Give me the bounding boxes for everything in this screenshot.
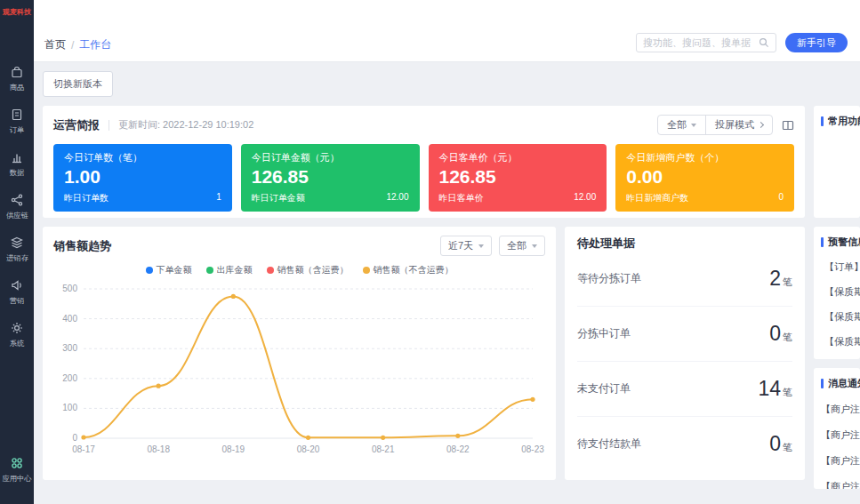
trend-scope-select[interactable]: 全部	[499, 236, 545, 256]
supply-chain-icon	[10, 193, 24, 207]
alert-item[interactable]: 【保质期】	[821, 285, 856, 299]
alert-item[interactable]: 【订单】	[821, 260, 856, 274]
app-grid-icon	[10, 456, 24, 470]
stat-card-title: 今日订单金额（元）	[252, 151, 409, 164]
stat-card-value: 126.85	[252, 166, 409, 188]
stat-card-sub-value: 0	[778, 192, 784, 204]
sidebar-item-orders[interactable]: 订单	[0, 100, 34, 143]
order-icon	[10, 108, 24, 122]
goods-icon	[10, 65, 24, 79]
svg-text:08-18: 08-18	[147, 444, 170, 454]
stat-card-sub-label: 昨日客单价	[439, 192, 484, 204]
stat-card-value: 1.00	[64, 166, 221, 188]
stat-card-title: 今日订单数（笔）	[64, 151, 221, 164]
legend-item-outbound-amount[interactable]: 出库金额	[206, 264, 253, 276]
legend-item-sales-without-freight[interactable]: 销售额（不含运费）	[363, 264, 454, 276]
sidebar-item-data[interactable]: 数据	[0, 143, 34, 186]
sales-trend-panel: 销售额趋势 近7天 全部	[43, 227, 556, 480]
pending-row-label: 未支付订单	[577, 381, 631, 396]
stat-card-avg-order-value[interactable]: 今日客单价（元） 126.85 昨日客单价 12.00	[429, 144, 607, 212]
global-search	[636, 33, 776, 52]
screen-layout-button[interactable]	[782, 119, 794, 132]
topbar: 首页 / 工作台 新手引导	[34, 0, 860, 62]
breadcrumb: 首页 / 工作台	[44, 37, 111, 52]
content: 切换新版本 运营简报 更新时间: 2022-12-29 10:19:02 全部	[34, 62, 860, 504]
search-input[interactable]	[643, 37, 755, 48]
notices-title: 消息通知	[821, 377, 856, 390]
projection-mode-button[interactable]: 投屏模式	[705, 116, 772, 134]
pending-row-unit: 笔	[783, 441, 792, 454]
legend-label: 销售额（不含运费）	[374, 264, 454, 276]
pending-row-settlement[interactable]: 待支付结款单 0 笔	[577, 417, 792, 471]
pending-row-unpaid[interactable]: 未支付订单 14 笔	[577, 362, 792, 417]
pending-title: 待处理单据	[577, 236, 792, 252]
alert-item[interactable]: 【保质期】	[821, 310, 856, 324]
chevron-right-icon	[758, 122, 764, 128]
stat-card-value: 126.85	[439, 166, 597, 188]
date-range-value: 近7天	[448, 239, 473, 252]
sidebar-item-supply-chain[interactable]: 供应链	[0, 186, 34, 228]
legend-label: 出库金额	[217, 264, 253, 276]
sidebar: 观麦科技 商品 订单 数据 供应链	[0, 0, 34, 504]
chevron-down-icon	[478, 244, 484, 248]
breadcrumb-home[interactable]: 首页	[44, 37, 66, 52]
common-functions-panel: 常用功能	[814, 106, 860, 218]
notices-panel: 消息通知 【商户注册】 【商户注册】 【商户注册】 【商户注册】	[814, 368, 860, 489]
sidebar-item-label: 商品	[10, 83, 25, 93]
sidebar-nav: 商品 订单 数据 供应链 进销存	[0, 58, 34, 356]
stat-card-today-orders[interactable]: 今日订单数（笔） 1.00 昨日订单数 1	[53, 144, 232, 212]
briefing-panel: 运营简报 更新时间: 2022-12-29 10:19:02 全部 投屏模式	[43, 106, 805, 218]
alerts-title: 预警信息	[821, 236, 856, 249]
search-icon[interactable]	[759, 37, 769, 48]
sidebar-item-label: 应用中心	[2, 474, 31, 484]
svg-text:08-21: 08-21	[372, 444, 395, 454]
notice-item[interactable]: 【商户注册】	[821, 480, 856, 489]
alert-text: 【保质期】	[824, 310, 860, 324]
breadcrumb-separator: /	[71, 39, 74, 52]
briefing-controls: 全部 投屏模式	[657, 115, 773, 135]
common-functions-title: 常用功能	[821, 115, 856, 128]
notice-item[interactable]: 【商户注册】	[821, 454, 856, 468]
legend-item-sales-with-freight[interactable]: 销售额（含运费）	[267, 264, 349, 276]
sidebar-item-label: 系统	[10, 339, 25, 349]
pending-row-sorting[interactable]: 分拣中订单 0 笔	[577, 307, 792, 362]
sidebar-item-system[interactable]: 系统	[0, 314, 34, 356]
sidebar-item-inventory[interactable]: 进销存	[0, 228, 34, 271]
pending-row-waiting-sorting[interactable]: 等待分拣订单 2 笔	[577, 252, 792, 307]
projection-mode-label: 投屏模式	[715, 118, 754, 132]
svg-text:08-17: 08-17	[72, 444, 95, 454]
trend-chart: 010020030040050008-1708-1808-1908-2008-2…	[53, 280, 545, 460]
chart-legend: 下单金额 出库金额 销售额（含运费）	[53, 264, 545, 276]
chevron-down-icon	[691, 124, 696, 127]
sidebar-item-label: 数据	[10, 168, 25, 179]
sidebar-item-goods[interactable]: 商品	[0, 58, 34, 100]
stat-card-today-amount[interactable]: 今日订单金额（元） 126.85 昨日订单金额 12.00	[241, 144, 420, 212]
sidebar-item-marketing[interactable]: 营销	[0, 271, 34, 314]
stat-card-sub-value: 12.00	[386, 192, 408, 204]
divider	[109, 120, 109, 131]
pending-row-unit: 笔	[783, 276, 792, 289]
stat-card-new-merchants[interactable]: 今日新增商户数（个） 0.00 昨日新增商户数 0	[615, 144, 794, 212]
legend-label: 销售额（含运费）	[277, 264, 349, 276]
scope-select[interactable]: 全部	[658, 116, 705, 134]
switch-version-button[interactable]: 切换新版本	[43, 71, 113, 97]
date-range-select[interactable]: 近7天	[440, 236, 492, 256]
stat-card-sub-value: 1	[216, 192, 221, 204]
stat-card-sub-label: 昨日订单数	[64, 192, 109, 204]
trend-scope-value: 全部	[507, 239, 526, 252]
briefing-title: 运营简报	[53, 117, 100, 133]
pending-row-label: 待支付结款单	[577, 436, 641, 452]
notice-item[interactable]: 【商户注册】	[821, 403, 856, 416]
notice-item[interactable]: 【商户注册】	[821, 428, 856, 442]
sidebar-item-app-center[interactable]: 应用中心	[1, 449, 33, 492]
stat-cards: 今日订单数（笔） 1.00 昨日订单数 1 今日订单金额（元） 126.85	[53, 144, 794, 212]
stat-card-sub-label: 昨日订单金额	[252, 192, 305, 204]
newbie-guide-button[interactable]: 新手引导	[785, 33, 848, 52]
inventory-icon	[10, 236, 24, 250]
alert-text: 【保质期】	[824, 285, 860, 299]
alert-item[interactable]: 【保质期】	[821, 335, 856, 348]
legend-item-order-amount[interactable]: 下单金额	[146, 264, 192, 276]
main-area: 首页 / 工作台 新手引导 切换新版本 运营简报 更新时间: 2022	[34, 0, 860, 504]
legend-dot	[206, 267, 213, 274]
svg-text:08-20: 08-20	[297, 444, 320, 454]
